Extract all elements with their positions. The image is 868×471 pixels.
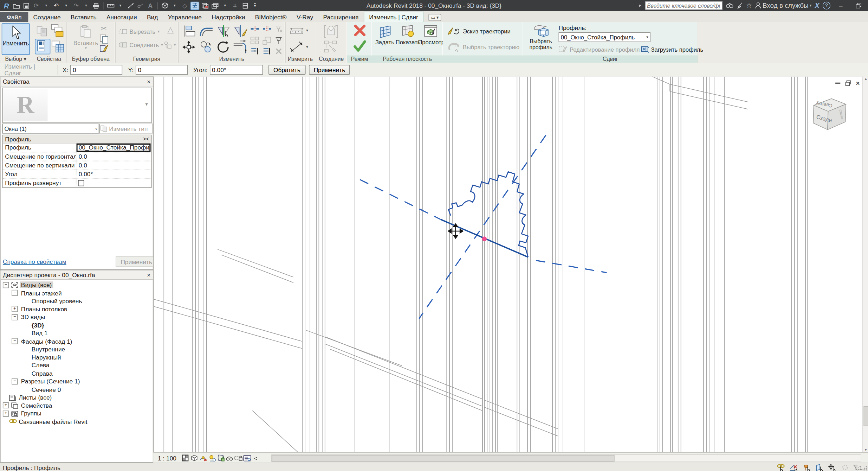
x-input[interactable] — [71, 65, 123, 75]
measure-dropdown-icon[interactable]: ▾ — [116, 1, 125, 10]
ribbon-state-toggle[interactable]: ▭ ▾ — [428, 14, 441, 21]
tree-item-families[interactable]: + Семейства — [2, 401, 152, 409]
tree-item-revit-links[interactable]: Связанные файлы Revit — [2, 418, 152, 426]
show-workplane-button[interactable]: Показать — [396, 24, 420, 55]
resize-grip[interactable] — [862, 465, 868, 471]
viewcube[interactable]: Сверху Сзади Слева — [807, 93, 854, 142]
panel-workplane-label[interactable]: Рабочая плоскость — [372, 56, 443, 63]
collapse-icon[interactable]: − — [12, 314, 18, 320]
tree-item-sections[interactable]: − Разрезы (Сечение 1) — [2, 377, 152, 386]
tree-item-elevations[interactable]: − Фасады (Фасад 1) — [2, 337, 152, 345]
tree-item-ceilingplans[interactable]: + Планы потолков — [2, 305, 152, 313]
close-icon[interactable]: × — [147, 78, 150, 85]
delete-icon[interactable] — [275, 47, 282, 55]
tree-item-3dviews[interactable]: − 3D виды — [2, 313, 152, 321]
tab-bimobject[interactable]: BIMobject® — [250, 12, 292, 22]
panel-geometry-label[interactable]: Геометрия — [115, 56, 179, 63]
collapse-icon[interactable]: − — [12, 378, 18, 384]
select-profile-button[interactable]: Выбрать профиль — [525, 23, 556, 55]
default-3d-view-icon[interactable] — [161, 1, 169, 10]
collapse-icon[interactable]: − — [3, 282, 9, 288]
array-icon[interactable] — [250, 37, 260, 45]
tab-vray[interactable]: V-Ray — [292, 12, 318, 22]
crop-view-icon[interactable] — [216, 454, 225, 462]
shadows-icon[interactable] — [207, 454, 216, 462]
tab-view[interactable]: Вид — [142, 12, 163, 22]
open-icon[interactable] — [12, 1, 21, 10]
editable-only-icon[interactable] — [840, 464, 850, 471]
trim-extend-multi-icon[interactable] — [263, 47, 272, 55]
redo-icon[interactable]: ↷ — [72, 1, 80, 10]
view-bar-collapse-icon[interactable]: < — [254, 455, 257, 462]
scroll-up-icon[interactable]: ▲ — [864, 77, 867, 80]
vert-offset-value[interactable]: 0.0 — [76, 161, 151, 170]
tree-item-exterior[interactable]: Наружный — [2, 353, 152, 361]
panel-properties-label[interactable]: Свойства — [32, 56, 66, 63]
horizontal-scrollbar[interactable] — [271, 454, 861, 462]
panel-modify-tools-label[interactable]: Изменить — [178, 56, 285, 63]
trim-extend-single-icon[interactable] — [250, 47, 260, 55]
measure-icon[interactable] — [106, 1, 115, 10]
select-underlay-icon[interactable] — [789, 464, 799, 471]
revit-logo[interactable]: R — [2, 1, 11, 10]
communication-center-icon[interactable] — [737, 2, 743, 9]
modify-button[interactable]: Изменить — [2, 23, 30, 55]
tag-icon[interactable] — [136, 1, 145, 10]
y-input[interactable] — [136, 65, 188, 75]
search-settings-icon[interactable] — [726, 2, 733, 8]
detail-level-icon[interactable] — [181, 454, 190, 462]
qat-customize-icon[interactable]: ▾ — [251, 1, 259, 10]
panel-measure-label[interactable]: Измерить — [285, 56, 316, 63]
match-properties-icon[interactable] — [100, 44, 109, 53]
trim-corner-icon[interactable] — [233, 40, 248, 54]
select-links-icon[interactable] — [777, 464, 786, 471]
copy-tool-icon[interactable] — [199, 40, 213, 53]
aligned-dimension-icon[interactable] — [126, 1, 135, 10]
scroll-down-icon[interactable]: ▼ — [864, 448, 867, 451]
edit-profile-button[interactable]: Редактирование профиля — [558, 45, 640, 52]
create-similar-icon[interactable] — [324, 40, 338, 54]
tree-item-left[interactable]: Слева — [2, 361, 152, 369]
panel-mode-label[interactable]: Режим — [347, 56, 372, 63]
restore-button[interactable] — [851, 1, 866, 10]
tab-annotate[interactable]: Аннотации — [102, 12, 142, 22]
profile-dropdown[interactable]: 00_Окно_Стойка_Профиль ▾ — [558, 32, 650, 42]
load-profile-button[interactable]: Загрузить профиль — [641, 45, 704, 52]
demolish-icon[interactable] — [166, 27, 175, 35]
type-properties-icon[interactable] — [52, 40, 65, 53]
tree-item-interior[interactable]: Внутренние — [2, 345, 152, 353]
undo-dropdown-icon[interactable]: ▾ — [62, 1, 70, 10]
grid-icon[interactable]: ⌗ — [231, 1, 239, 10]
text-icon[interactable]: A — [146, 1, 155, 10]
tab-modify-sweep[interactable]: Изменить | Сдвиг — [363, 12, 424, 22]
sun-path-icon[interactable] — [199, 454, 207, 462]
reveal-constraints-icon[interactable] — [243, 454, 252, 462]
split-face-button[interactable]: ▾ — [164, 41, 176, 49]
properties-help-link[interactable]: Справка по свойствам — [3, 258, 66, 265]
exchange-apps-icon[interactable]: X — [815, 2, 820, 9]
horiz-offset-value[interactable]: 0.0 — [76, 152, 151, 161]
filter-icon[interactable]: :1 — [853, 464, 863, 471]
param-row[interactable]: Профиль 00_Окно_Стойка_Профил — [3, 144, 151, 152]
properties-header[interactable]: Свойства × — [1, 77, 153, 87]
tab-insert[interactable]: Вставить — [66, 12, 102, 22]
create-group-icon[interactable] — [324, 24, 338, 39]
aligned-dim-tool-button[interactable]: ▾ — [290, 41, 308, 53]
pin-icon[interactable] — [275, 36, 282, 44]
param-row[interactable]: Смещение по горизонтали 0.0 — [3, 152, 151, 161]
visual-style-icon[interactable] — [190, 454, 199, 462]
minimize-button[interactable]: – — [834, 1, 848, 10]
set-workplane-button[interactable]: Задать — [373, 24, 396, 55]
profile-flipped-checkbox[interactable] — [78, 180, 84, 186]
crop-lock-icon[interactable] — [234, 454, 243, 462]
split-gap-icon[interactable] — [263, 25, 272, 32]
match-type-icon[interactable] — [50, 23, 64, 38]
temporary-hide-icon[interactable] — [225, 454, 234, 462]
thin-lines-icon[interactable] — [190, 1, 199, 10]
tree-item-views[interactable]: − Виды (все) — [2, 281, 152, 289]
3d-view-dropdown-icon[interactable]: ▾ — [170, 1, 179, 10]
cancel-sweep-icon[interactable] — [353, 24, 367, 37]
rotate-icon[interactable] — [216, 40, 230, 54]
type-selector[interactable]: R ▾ — [2, 88, 151, 123]
expand-icon[interactable]: + — [3, 402, 9, 408]
